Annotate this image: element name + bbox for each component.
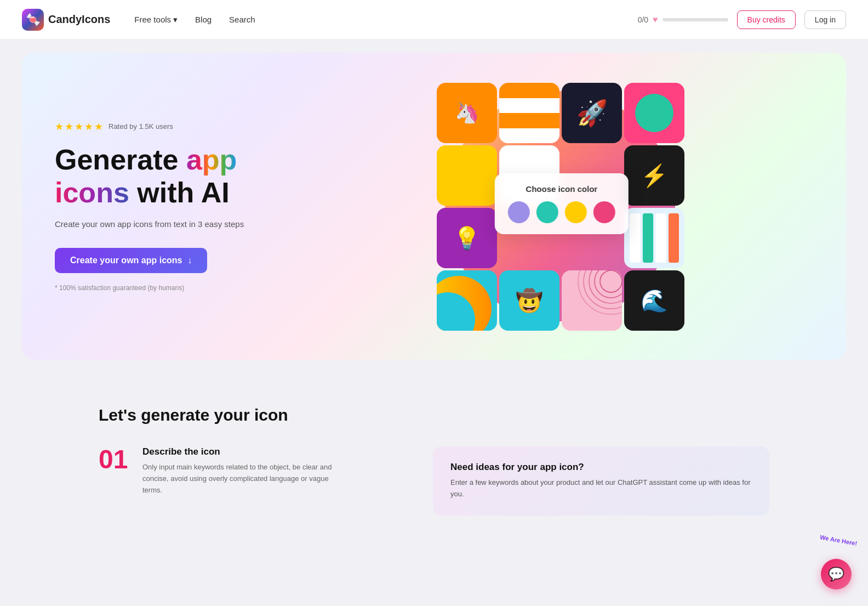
svg-point-3 — [595, 270, 622, 298]
icon-grid-wrapper: 🦄 🚀 — [429, 75, 692, 338]
grid-cell-unicorn: 🦄 — [437, 83, 497, 143]
nav-links: Free tools ▾ Blog Search — [128, 12, 637, 28]
icon-grid: 🦄 🚀 — [437, 83, 700, 331]
grid-cell-paint: 💡 — [437, 208, 497, 268]
grid-cell-stripes — [499, 83, 559, 143]
grid-cell-arc — [437, 270, 497, 331]
buy-credits-button[interactable]: Buy credits — [737, 10, 796, 29]
hero-title: Generate app icons with AI — [55, 144, 263, 209]
step-1-content: Describe the icon Only input main keywor… — [142, 446, 340, 496]
color-option-teal[interactable] — [536, 201, 558, 223]
grid-cell-lightning: ⚡ — [624, 145, 684, 206]
nav-right: 0/0 ♥ Buy credits Log in — [638, 10, 846, 29]
credits-bar — [663, 18, 728, 21]
logo-text: CandyIcons — [48, 13, 110, 26]
hero-title-app: app — [186, 144, 237, 175]
color-options — [508, 201, 615, 223]
hero-content: ★★★★★ Rated by 1.5K users Generate app i… — [22, 88, 296, 325]
logo-icon: 🍬 — [22, 9, 44, 31]
guarantee-text: * 100% satisfaction guaranteed (by human… — [55, 284, 263, 292]
create-icons-button[interactable]: Create your own app icons ↓ — [55, 248, 207, 273]
heart-icon: ♥ — [653, 15, 658, 25]
hero-visual: 🦄 🚀 — [296, 53, 846, 360]
step-1-number: 01 — [99, 446, 132, 496]
nav-search[interactable]: Search — [222, 12, 262, 27]
ideas-title: Need ideas for your app icon? — [450, 462, 752, 473]
logo-link[interactable]: 🍬 CandyIcons — [22, 9, 110, 31]
hero-subtitle: Create your own app icons from text in 3… — [55, 218, 263, 231]
hero-rating: ★★★★★ Rated by 1.5K users — [55, 121, 263, 133]
rating-text: Rated by 1.5K users — [108, 122, 173, 131]
steps-row: 01 Describe the icon Only input main key… — [99, 446, 769, 516]
arrow-down-icon: ↓ — [187, 256, 192, 265]
credits-count: 0/0 — [638, 15, 648, 24]
step-1-desc: Only input main keywords related to the … — [142, 462, 340, 496]
grid-cell-circle-pink — [624, 83, 684, 143]
grid-cell-wave: 🌊 — [624, 270, 684, 331]
login-button[interactable]: Log in — [804, 10, 846, 29]
svg-point-2 — [589, 270, 622, 303]
step-1: 01 Describe the icon Only input main key… — [99, 446, 400, 496]
grid-cell-blocks — [437, 145, 497, 206]
hero-section: ★★★★★ Rated by 1.5K users Generate app i… — [22, 53, 846, 360]
grid-cell-wizard: 🤠 — [499, 270, 559, 331]
ideas-box: Need ideas for your app icon? Enter a fe… — [433, 446, 769, 516]
section-title: Let's generate your icon — [99, 406, 769, 424]
color-picker-title: Choose icon color — [508, 184, 615, 194]
grid-cell-rocket: 🚀 — [562, 83, 622, 143]
step-1-heading: Describe the icon — [142, 446, 340, 457]
hero-title-icons: icons — [55, 177, 129, 208]
grid-cell-stripes-v — [624, 208, 684, 268]
stars: ★★★★★ — [55, 121, 104, 133]
color-picker-overlay: Choose icon color — [495, 173, 629, 234]
chevron-down-icon: ▾ — [173, 15, 178, 25]
nav-free-tools[interactable]: Free tools ▾ — [128, 12, 184, 28]
svg-point-4 — [600, 270, 622, 292]
ideas-desc: Enter a few keywords about your product … — [450, 477, 752, 500]
generate-section: Let's generate your icon 01 Describe the… — [0, 373, 868, 548]
svg-point-0 — [578, 270, 622, 314]
credits-info: 0/0 ♥ — [638, 15, 728, 25]
color-option-purple[interactable] — [508, 201, 530, 223]
color-option-yellow[interactable] — [565, 201, 587, 223]
nav-blog[interactable]: Blog — [189, 12, 218, 27]
grid-cell-rings — [562, 270, 622, 331]
navbar: 🍬 CandyIcons Free tools ▾ Blog Search 0/… — [0, 0, 868, 39]
color-option-pink[interactable] — [593, 201, 615, 223]
